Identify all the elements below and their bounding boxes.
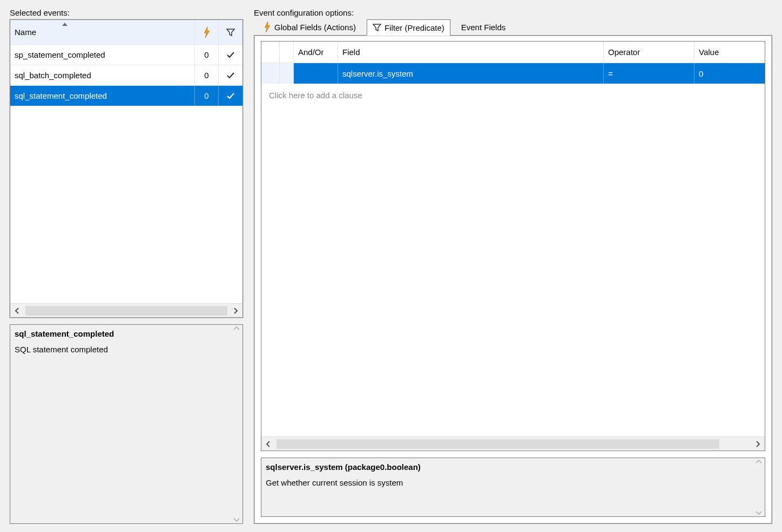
check-icon <box>226 92 235 100</box>
events-col-name[interactable]: Name <box>10 20 195 44</box>
predicate-row-field[interactable]: sqlserver.is_system <box>338 63 604 84</box>
events-row-filtered <box>219 86 242 106</box>
events-row-count: 0 <box>195 45 219 65</box>
events-row-filtered <box>219 45 242 65</box>
predicate-row-marker[interactable] <box>280 63 294 84</box>
predicate-grid[interactable]: And/Or Field Operator Value sqlserver.is… <box>261 41 765 451</box>
predicate-row[interactable]: sqlserver.is_system = 0 <box>261 63 765 84</box>
scroll-right-button[interactable] <box>230 305 241 317</box>
scroll-left-button[interactable] <box>262 438 274 450</box>
funnel-icon <box>373 23 381 32</box>
predicate-add-clause-row[interactable]: Click here to add a clause <box>261 84 765 106</box>
chevron-down-icon <box>233 517 240 522</box>
check-icon <box>226 51 235 59</box>
events-row[interactable]: sql_batch_completed 0 <box>10 65 242 86</box>
predicate-row-andor[interactable] <box>294 63 338 84</box>
tab-global-fields-label: Global Fields (Actions) <box>274 23 356 32</box>
predicate-row-operator[interactable]: = <box>604 63 695 84</box>
event-desc-body: SQL statement completed <box>15 345 230 354</box>
funnel-icon <box>226 28 235 37</box>
events-row-name: sp_statement_completed <box>10 45 195 65</box>
events-col-actioncount[interactable] <box>195 20 219 44</box>
predicate-desc-vertical-scrollbar[interactable] <box>754 459 764 515</box>
tab-event-fields[interactable]: Event Fields <box>456 19 511 35</box>
check-icon <box>226 72 235 79</box>
events-row-filtered <box>219 65 242 85</box>
scroll-track[interactable] <box>25 306 227 316</box>
event-config-label: Event configuration options: <box>254 8 772 17</box>
sort-ascending-icon <box>62 23 68 26</box>
tab-filter-label: Filter (Predicate) <box>385 23 444 32</box>
scroll-left-button[interactable] <box>11 305 23 317</box>
events-header-row[interactable]: Name <box>10 20 242 45</box>
predicate-col-selector[interactable] <box>261 42 280 63</box>
predicate-col-field[interactable]: Field <box>338 42 604 63</box>
selected-events-label: Selected events: <box>10 8 243 17</box>
scroll-track[interactable] <box>277 439 719 449</box>
event-desc-title: sql_statement_completed <box>15 329 230 338</box>
predicate-desc-title: sqlserver.is_system (package0.boolean) <box>266 462 752 472</box>
predicate-horizontal-scrollbar[interactable] <box>261 436 765 451</box>
event-description-panel: sql_statement_completed SQL statement co… <box>10 324 243 524</box>
tab-filter-predicate[interactable]: Filter (Predicate) <box>367 19 450 36</box>
chevron-left-icon <box>266 441 271 447</box>
lightning-icon <box>203 27 211 38</box>
events-row-count: 0 <box>195 65 219 85</box>
scroll-right-button[interactable] <box>752 438 764 450</box>
events-row[interactable]: sql_statement_completed 0 <box>10 86 242 106</box>
config-tabstrip: Global Fields (Actions) Filter (Predicat… <box>254 18 772 36</box>
chevron-right-icon <box>755 441 760 447</box>
tab-global-fields[interactable]: Global Fields (Actions) <box>258 18 361 35</box>
events-col-name-label: Name <box>15 28 36 37</box>
events-col-filter[interactable] <box>219 20 242 44</box>
events-row[interactable]: sp_statement_completed 0 <box>10 45 242 65</box>
events-horizontal-scrollbar[interactable] <box>10 303 242 317</box>
predicate-col-value[interactable]: Value <box>695 42 765 63</box>
events-row-count: 0 <box>195 86 219 106</box>
predicate-row-value[interactable]: 0 <box>695 63 765 84</box>
chevron-right-icon <box>233 308 238 314</box>
lightning-icon <box>264 22 271 32</box>
chevron-up-icon <box>233 326 240 331</box>
predicate-field-description-panel: sqlserver.is_system (package0.boolean) G… <box>261 458 765 517</box>
predicate-add-clause-hint: Click here to add a clause <box>261 84 367 106</box>
selected-events-grid[interactable]: Name sp_statement_completed 0 <box>10 19 243 318</box>
events-row-name: sql_batch_completed <box>10 65 195 85</box>
predicate-header-row[interactable]: And/Or Field Operator Value <box>261 42 765 63</box>
predicate-desc-body: Get whether current session is system <box>266 478 752 487</box>
events-row-name: sql_statement_completed <box>10 86 195 106</box>
desc-vertical-scrollbar[interactable] <box>232 326 241 522</box>
tab-event-fields-label: Event Fields <box>461 23 506 32</box>
predicate-row-selector[interactable] <box>261 63 280 84</box>
chevron-left-icon <box>15 308 20 314</box>
chevron-up-icon <box>756 459 762 465</box>
predicate-col-operator[interactable]: Operator <box>604 42 695 63</box>
predicate-col-marker[interactable] <box>280 42 294 63</box>
predicate-col-andor[interactable]: And/Or <box>294 42 338 63</box>
chevron-down-icon <box>756 510 762 515</box>
